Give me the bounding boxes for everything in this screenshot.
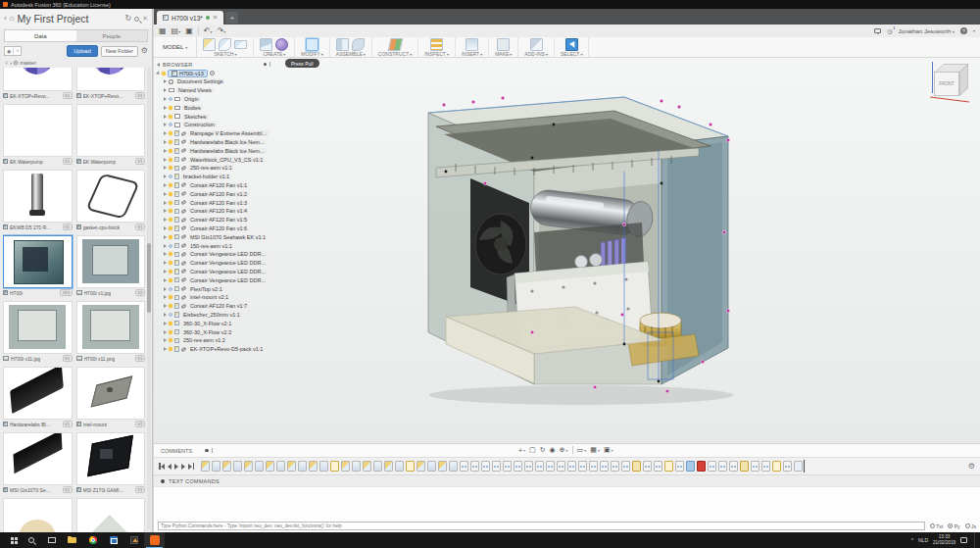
workspace-selector[interactable]: MODEL▾ bbox=[154, 37, 197, 57]
tool-icon[interactable] bbox=[565, 38, 578, 51]
store-icon[interactable] bbox=[103, 532, 123, 548]
project-item[interactable]: EK-XTOP+Revo... V1 bbox=[3, 68, 73, 100]
timeline-feature-icon[interactable] bbox=[664, 461, 673, 472]
tool-icon[interactable] bbox=[275, 38, 288, 51]
ribbon-group-label[interactable]: ASSEMBLE▾ bbox=[336, 51, 366, 57]
timeline-feature-icon[interactable] bbox=[632, 461, 641, 472]
project-item[interactable]: H700i V13 bbox=[3, 235, 73, 297]
timeline-feature-icon[interactable] bbox=[794, 461, 803, 472]
browser-tree-item[interactable]: PlexiTop v2:1 bbox=[157, 284, 272, 293]
fusion360-icon[interactable] bbox=[144, 532, 165, 548]
timeline-feature-icon[interactable] bbox=[621, 461, 630, 472]
version-badge[interactable]: V1 bbox=[63, 486, 73, 493]
project-item[interactable]: H700i v11.jpg V1 bbox=[3, 301, 73, 363]
visibility-bulb-icon[interactable] bbox=[169, 322, 172, 325]
version-badge[interactable]: V1 bbox=[135, 355, 145, 362]
browser-tree-item[interactable]: Document Settings bbox=[157, 77, 272, 86]
timeline-feature-icon[interactable] bbox=[503, 461, 512, 472]
timeline-feature-icon[interactable] bbox=[341, 461, 350, 472]
comments-bubble-icon[interactable] bbox=[874, 28, 881, 33]
new-folder-button[interactable]: New Folder bbox=[101, 46, 138, 57]
ribbon-group-label[interactable]: SELECT▾ bbox=[561, 51, 582, 57]
tool-icon[interactable] bbox=[260, 38, 272, 51]
visibility-bulb-icon[interactable] bbox=[169, 97, 172, 101]
browser-tree-item[interactable]: 360-30_X-Flow v2:2 bbox=[157, 327, 272, 336]
project-item[interactable] bbox=[3, 498, 73, 532]
timeline-feature-icon[interactable] bbox=[233, 461, 242, 472]
timeline-feature-icon[interactable] bbox=[718, 461, 727, 472]
visibility-bulb-icon[interactable] bbox=[169, 287, 172, 291]
close-panel-icon[interactable]: ✕ bbox=[142, 15, 148, 23]
timeline-feature-icon[interactable] bbox=[449, 461, 458, 472]
visibility-bulb-icon[interactable] bbox=[169, 252, 172, 256]
expand-icon[interactable] bbox=[164, 313, 167, 317]
visibility-bulb-icon[interactable] bbox=[169, 261, 172, 265]
timeline-feature-icon[interactable] bbox=[352, 461, 361, 472]
expand-icon[interactable] bbox=[164, 226, 167, 230]
timeline-feature-icon[interactable] bbox=[557, 461, 565, 472]
pan-icon[interactable]: +▾ bbox=[518, 447, 525, 454]
fit-icon[interactable]: ▢▾ bbox=[529, 446, 536, 454]
expand-icon[interactable] bbox=[164, 97, 167, 101]
item-thumbnail[interactable] bbox=[3, 301, 73, 354]
item-thumbnail[interactable] bbox=[76, 432, 146, 485]
timeline-feature-icon[interactable] bbox=[330, 461, 339, 472]
timeline-settings-icon[interactable]: ⚙ bbox=[968, 462, 975, 471]
ribbon-group-label[interactable]: INSERT▾ bbox=[462, 51, 482, 57]
expand-icon[interactable] bbox=[164, 158, 167, 162]
tool-icon[interactable] bbox=[219, 38, 231, 51]
project-item[interactable]: H700i v11.png V1 bbox=[76, 301, 146, 363]
mode-radio[interactable]: Js bbox=[965, 523, 977, 529]
timeline-feature-icon[interactable] bbox=[438, 461, 447, 472]
collapse-browser-icon[interactable] bbox=[157, 63, 160, 67]
viewports-icon[interactable]: ▣▾ bbox=[604, 446, 613, 454]
item-thumbnail[interactable] bbox=[76, 367, 146, 420]
timeline-feature-icon[interactable] bbox=[611, 461, 619, 472]
timeline-feature-icon[interactable] bbox=[255, 461, 264, 472]
version-badge[interactable]: V1 bbox=[63, 158, 73, 165]
tool-icon[interactable] bbox=[203, 38, 216, 51]
expand-icon[interactable] bbox=[164, 252, 167, 256]
expand-icon[interactable] bbox=[164, 347, 167, 351]
tool-icon[interactable] bbox=[387, 38, 403, 51]
item-thumbnail[interactable] bbox=[3, 367, 73, 420]
browser-tree-item[interactable]: Corsair AF120 Fan v1:3 bbox=[157, 198, 272, 207]
ribbon-group-label[interactable]: CREATE▾ bbox=[263, 51, 285, 57]
version-badge[interactable]: V1 bbox=[135, 486, 145, 493]
panel-scrollbar[interactable] bbox=[147, 68, 151, 529]
browser-tree-item[interactable]: EK-XTOP+Revo-D5-pack v1:1 bbox=[157, 345, 272, 354]
version-badge[interactable]: V1 bbox=[63, 355, 73, 362]
project-item[interactable]: MSI Gtx1070 Se... V1 bbox=[3, 432, 73, 494]
item-thumbnail[interactable] bbox=[3, 68, 73, 91]
browser-tree-item[interactable]: 250-res-asm v1:2 bbox=[157, 336, 272, 345]
expand-icon[interactable] bbox=[164, 330, 167, 334]
expand-icon[interactable] bbox=[164, 79, 167, 83]
timeline-feature-icon[interactable] bbox=[514, 461, 522, 472]
eye-icon[interactable] bbox=[210, 71, 215, 75]
ribbon-group-label[interactable]: MAKE▾ bbox=[495, 51, 512, 57]
visibility-bulb-icon[interactable] bbox=[169, 115, 172, 119]
timeline-feature-icon[interactable] bbox=[654, 461, 662, 472]
visibility-bulb-icon[interactable] bbox=[169, 278, 172, 282]
item-thumbnail[interactable] bbox=[76, 104, 146, 157]
visibility-bulb-icon[interactable] bbox=[169, 218, 172, 222]
refresh-icon[interactable]: ↻ bbox=[124, 15, 131, 23]
expand-icon[interactable] bbox=[164, 183, 167, 187]
go-to-start-button[interactable] bbox=[159, 463, 165, 470]
notification-center-icon[interactable] bbox=[960, 537, 967, 543]
browser-tree-item[interactable]: 150-res-asm v1:1 bbox=[157, 241, 272, 250]
back-icon[interactable]: ‹ bbox=[4, 15, 7, 23]
expand-icon[interactable] bbox=[164, 261, 167, 265]
expand-icon[interactable] bbox=[164, 131, 167, 135]
step-back-button[interactable] bbox=[168, 464, 172, 470]
browser-tree-item[interactable]: Corsair Vengeance LED DDR... bbox=[157, 268, 272, 276]
text-commands-header[interactable]: TEXT COMMANDS bbox=[154, 474, 980, 486]
document-tab[interactable]: H700i v13* ✕ bbox=[157, 11, 223, 25]
look-at-icon[interactable]: ◉▾ bbox=[550, 446, 556, 454]
expand-icon[interactable] bbox=[164, 287, 167, 291]
visibility-bulb-icon[interactable] bbox=[169, 338, 172, 342]
timeline-feature-icon[interactable] bbox=[697, 461, 706, 472]
zoom-icon[interactable]: ⊕▾ bbox=[560, 446, 568, 454]
mode-radio[interactable]: Py bbox=[948, 523, 959, 529]
expand-icon[interactable] bbox=[164, 218, 167, 222]
